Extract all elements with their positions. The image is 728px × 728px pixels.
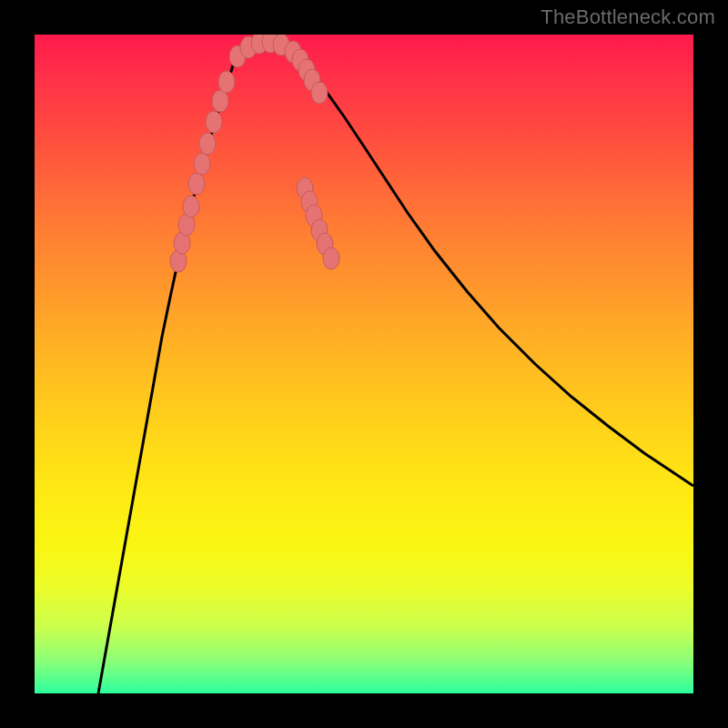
curve-svg <box>35 35 693 693</box>
data-point <box>323 248 339 269</box>
data-point <box>212 90 228 112</box>
v-curve <box>98 42 693 693</box>
data-point <box>311 82 328 104</box>
data-point <box>188 173 205 195</box>
plot-area <box>35 35 693 693</box>
data-point <box>218 71 235 93</box>
data-point <box>194 153 210 175</box>
data-point <box>206 111 222 133</box>
data-points <box>170 35 339 272</box>
chart-frame: TheBottleneck.com <box>0 0 728 728</box>
data-point <box>183 196 199 217</box>
data-point <box>199 133 216 155</box>
watermark-text: TheBottleneck.com <box>541 5 715 29</box>
